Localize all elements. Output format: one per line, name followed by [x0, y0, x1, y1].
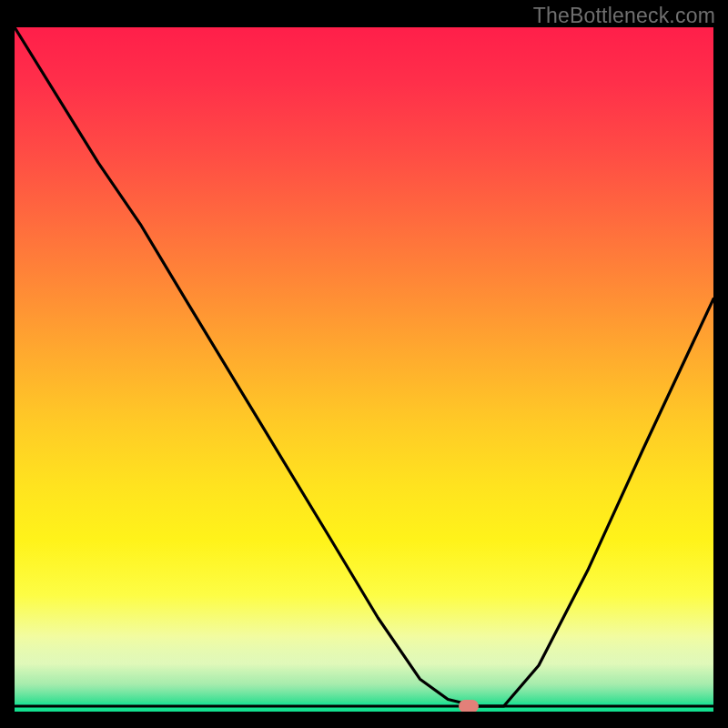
bottleneck-curve-path	[15, 27, 713, 706]
chart-frame: TheBottleneck.com	[0, 0, 728, 728]
plot-area	[15, 27, 713, 712]
curve-svg	[15, 27, 713, 712]
optimal-marker	[459, 700, 479, 712]
watermark-text: TheBottleneck.com	[533, 4, 715, 28]
